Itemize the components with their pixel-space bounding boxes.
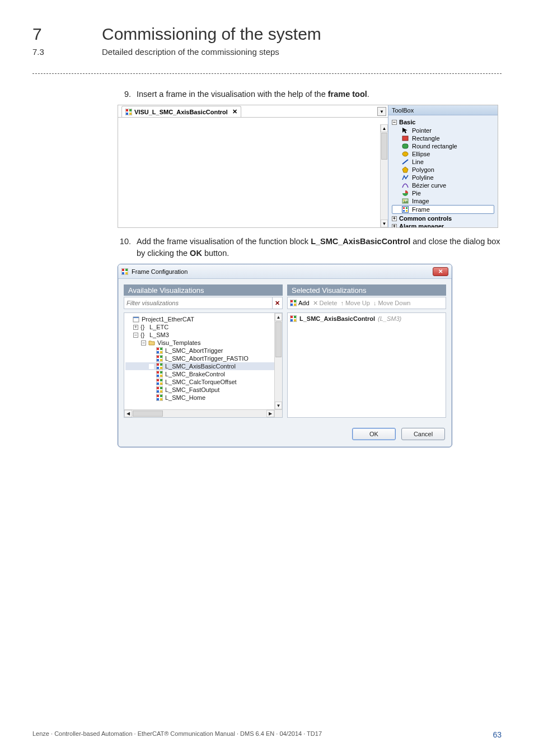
collapse-icon[interactable]: − [392, 120, 397, 125]
selected-item[interactable]: L_SMC_AxisBasicControl (L_SM3) [290, 315, 443, 322]
scroll-thumb[interactable] [275, 321, 282, 357]
frame-icon [402, 206, 409, 213]
tool-rectangle[interactable]: Rectangle [392, 134, 494, 142]
cancel-button[interactable]: Cancel [401, 428, 445, 440]
step-number: 9. [118, 88, 131, 100]
tree-item[interactable]: L_SMC_Home [125, 394, 281, 402]
expand-icon[interactable]: + [133, 325, 138, 330]
page-footer: Lenze · Controller-based Automation · Et… [32, 730, 502, 739]
tool-pointer[interactable]: Pointer [392, 127, 494, 134]
scroll-left-icon[interactable]: ◀ [124, 410, 132, 417]
svg-rect-28 [160, 348, 162, 350]
tree-item[interactable]: L_SMC_AbortTrigger [125, 347, 281, 354]
clear-filter-button[interactable]: ✕ [272, 297, 282, 309]
filter-input[interactable] [124, 300, 272, 306]
step-9: 9. Insert a frame in the visualisation w… [118, 88, 502, 100]
tool-polygon[interactable]: Polygon [392, 166, 494, 174]
tool-bezier[interactable]: Bézier curve [392, 181, 494, 189]
tree-label: L_SMC_Home [165, 394, 205, 401]
scroll-corner [274, 409, 282, 417]
tree-item[interactable]: L_SMC_AxisBasicControl [125, 362, 281, 370]
svg-text:{}: {} [140, 332, 145, 338]
svg-rect-37 [157, 363, 159, 366]
tab-visu[interactable]: VISU_L_SMC_AxisBasicControl ✕ [121, 106, 241, 117]
svg-rect-20 [122, 272, 124, 274]
scrollbar-horizontal[interactable]: ◀ ▶ [124, 409, 274, 417]
tree-l-sm3[interactable]: − {} L_SM3 [125, 331, 281, 339]
expand-icon[interactable]: + [392, 224, 397, 228]
tree-visu-templates[interactable]: − Visu_Templates [125, 339, 281, 347]
up-icon: ↑ [340, 300, 344, 306]
svg-rect-70 [294, 319, 296, 321]
namespace-icon: {} [140, 324, 147, 330]
editor-canvas[interactable]: ▲ ▼ [118, 118, 388, 227]
tool-image[interactable]: Image [392, 197, 494, 205]
tree-item[interactable]: L_SMC_AbortTrigger_FASTIO [125, 354, 281, 362]
delete-icon: ✕ [313, 300, 318, 307]
polyline-icon [402, 174, 409, 181]
tree-root[interactable]: Project1_EtherCAT [125, 315, 281, 323]
svg-rect-44 [157, 375, 159, 377]
collapse-icon[interactable]: − [141, 340, 146, 346]
scrollbar-vertical[interactable]: ▲ ▼ [274, 313, 282, 409]
tool-frame[interactable]: Frame [392, 205, 494, 214]
scroll-thumb[interactable] [381, 133, 387, 160]
tool-ellipse[interactable]: Ellipse [392, 150, 494, 158]
available-header: Available Visualizations [124, 284, 283, 296]
svg-point-11 [404, 200, 405, 201]
svg-rect-19 [125, 269, 128, 271]
scrollbar-vertical[interactable]: ▲ ▼ [380, 124, 388, 227]
tool-round-rectangle[interactable]: Round rectangle [392, 142, 494, 150]
project-icon [133, 316, 139, 323]
scroll-down-icon[interactable]: ▼ [275, 402, 282, 409]
delete-button[interactable]: ✕ Delete [313, 300, 338, 307]
dialog-titlebar[interactable]: Frame Configuration ✕ [118, 264, 452, 279]
tree-label: L_SMC_BrakeControl [165, 371, 225, 377]
expand-icon[interactable]: + [392, 216, 397, 221]
close-button[interactable]: ✕ [433, 267, 448, 276]
selected-name: L_SMC_AxisBasicControl [299, 315, 375, 322]
move-up-button[interactable]: ↑ Move Up [340, 300, 370, 306]
add-button[interactable]: Add [290, 300, 310, 306]
visu-icon [290, 300, 297, 306]
svg-rect-16 [406, 210, 407, 212]
tree-item[interactable]: L_SMC_FastOutput [125, 386, 281, 394]
scroll-up-icon[interactable]: ▲ [381, 124, 388, 132]
scroll-up-icon[interactable]: ▲ [275, 313, 282, 321]
folder-icon [148, 339, 155, 346]
tool-polyline[interactable]: Polyline [392, 174, 494, 181]
toolbox-group-alarm[interactable]: + Alarm manager [392, 223, 494, 227]
step-text-part: Insert a frame in the visualisation with… [137, 90, 328, 99]
ok-button[interactable]: OK [352, 428, 396, 440]
frame-configuration-dialog: Frame Configuration ✕ Available Visualiz… [118, 264, 452, 447]
action-label: Move Up [345, 300, 370, 306]
collapse-icon[interactable]: − [133, 333, 138, 338]
tree-item[interactable]: L_SMC_BrakeControl [125, 370, 281, 378]
svg-rect-53 [160, 387, 162, 389]
available-listbox: Project1_EtherCAT + {} L_ETC − {} [124, 312, 283, 418]
scroll-right-icon[interactable]: ▶ [266, 410, 274, 417]
tool-pie[interactable]: Pie [392, 189, 494, 197]
tree-label: Visu_Templates [157, 339, 200, 346]
toolbox-group-basic[interactable]: − Basic [392, 119, 494, 125]
available-column: Available Visualizations ✕ Project1_Ethe… [124, 284, 283, 418]
scroll-down-icon[interactable]: ▼ [381, 220, 388, 227]
tab-overflow-button[interactable]: ▼ [377, 107, 386, 116]
dialog-button-row: OK Cancel [118, 423, 452, 447]
svg-rect-39 [157, 367, 159, 369]
ellipse-icon [402, 151, 409, 157]
tool-label: Ellipse [412, 151, 430, 157]
move-down-button[interactable]: ↓ Move Down [373, 300, 411, 306]
toolbox-group-common[interactable]: + Common controls [392, 215, 494, 222]
tree-item[interactable]: L_SMC_CalcTorqueOffset [125, 378, 281, 386]
svg-rect-15 [403, 210, 405, 212]
tab-close-icon[interactable]: ✕ [232, 108, 237, 115]
scroll-thumb[interactable] [133, 410, 163, 417]
rectangle-icon [402, 135, 409, 142]
tree-l-etc[interactable]: + {} L_ETC [125, 323, 281, 331]
step-text-part: button. [202, 249, 229, 258]
svg-rect-67 [291, 316, 293, 318]
svg-rect-35 [160, 359, 162, 361]
tool-line[interactable]: Line [392, 158, 494, 166]
visu-icon [156, 386, 163, 393]
